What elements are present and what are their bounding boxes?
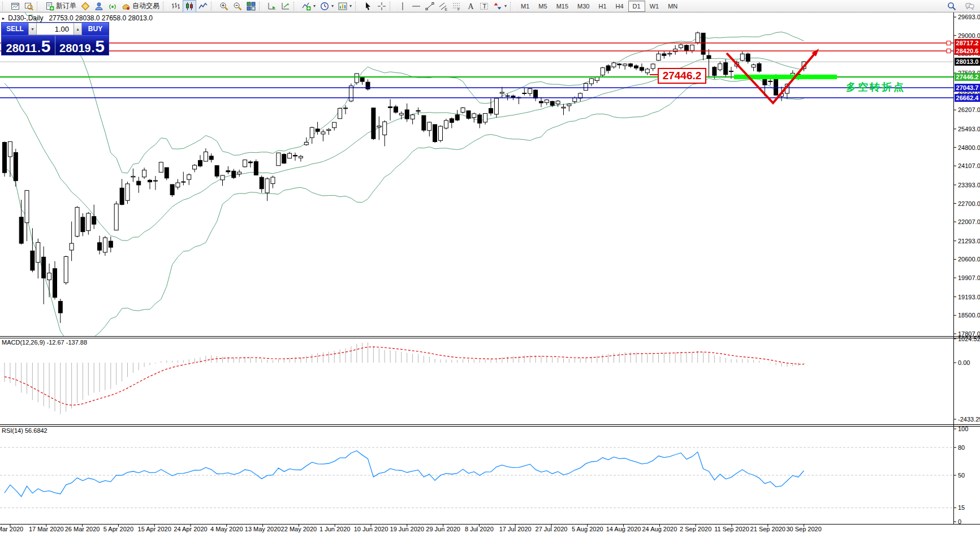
timeframe-h4-button[interactable]: H4 bbox=[611, 1, 628, 12]
line-chart-button[interactable] bbox=[196, 0, 210, 12]
new-order-icon bbox=[45, 2, 54, 11]
fibonacci-button[interactable]: F bbox=[450, 0, 464, 12]
crosshair-button[interactable] bbox=[375, 0, 388, 12]
buy-button[interactable]: BUY bbox=[82, 23, 109, 35]
add-indicator-icon bbox=[302, 2, 311, 11]
auto-scroll-button[interactable] bbox=[265, 0, 279, 12]
svg-text:5 Apr 2020: 5 Apr 2020 bbox=[103, 526, 133, 532]
channel-icon: E bbox=[439, 2, 448, 11]
vertical-line-button[interactable] bbox=[396, 0, 409, 12]
svg-text:Mar 2020: Mar 2020 bbox=[0, 526, 23, 532]
sell-price-int: 28011 bbox=[6, 42, 37, 54]
timeframe-h1-button[interactable]: H1 bbox=[594, 1, 611, 12]
svg-text:26 Mar 2020: 26 Mar 2020 bbox=[65, 526, 100, 532]
chat-button[interactable] bbox=[963, 0, 977, 12]
chart-search-icon bbox=[24, 2, 33, 11]
bars-chart-button[interactable] bbox=[169, 0, 183, 12]
svg-text:0.00: 0.00 bbox=[958, 359, 970, 366]
arrows-icon bbox=[493, 2, 502, 11]
svg-text:2 Sep 2020: 2 Sep 2020 bbox=[680, 526, 711, 532]
community-button[interactable] bbox=[92, 0, 106, 12]
profiles-button[interactable] bbox=[22, 0, 36, 12]
svg-text:8 Jul 2020: 8 Jul 2020 bbox=[465, 526, 494, 532]
zoom-in-icon bbox=[219, 2, 228, 11]
toolbar-right-group bbox=[945, 0, 980, 12]
price-callout-dash bbox=[650, 74, 658, 75]
svg-text:4 May 2020: 4 May 2020 bbox=[210, 526, 243, 532]
chart-shift-button[interactable] bbox=[279, 0, 292, 12]
price-badge: 27446.2 bbox=[955, 73, 980, 81]
volume-input[interactable]: 1.00 bbox=[37, 23, 74, 35]
indicators-button[interactable]: ▾ bbox=[300, 0, 318, 12]
volume-increase-button[interactable]: ▴ bbox=[74, 23, 82, 35]
chevron-down-icon: ▾ bbox=[331, 3, 334, 8]
arrows-button[interactable]: ▾ bbox=[491, 0, 509, 12]
svg-text:21293.0: 21293.0 bbox=[958, 238, 980, 244]
svg-text:80: 80 bbox=[958, 444, 965, 451]
svg-text:24 Apr 2020: 24 Apr 2020 bbox=[174, 526, 207, 532]
svg-text:5 Aug 2020: 5 Aug 2020 bbox=[572, 526, 603, 532]
text-button[interactable]: A bbox=[464, 0, 477, 12]
svg-text:24107.0: 24107.0 bbox=[958, 162, 980, 169]
svg-text:18500.0: 18500.0 bbox=[958, 312, 980, 319]
timeframe-w1-button[interactable]: W1 bbox=[645, 1, 664, 12]
trendline-button[interactable] bbox=[423, 0, 437, 12]
text-label-button[interactable]: T bbox=[477, 0, 491, 12]
svg-text:29693.0: 29693.0 bbox=[958, 14, 980, 20]
candles-icon bbox=[185, 2, 194, 11]
svg-text:29 Jun 2020: 29 Jun 2020 bbox=[426, 526, 460, 532]
toolbar-separator bbox=[211, 2, 216, 11]
svg-text:29000.0: 29000.0 bbox=[958, 32, 980, 39]
timeframe-m30-button[interactable]: M30 bbox=[573, 1, 594, 12]
tile-windows-button[interactable] bbox=[244, 0, 258, 12]
new-order-button[interactable]: 新订单 bbox=[43, 0, 79, 12]
labelT-icon: T bbox=[480, 2, 489, 11]
chart-symbol-period: DJ30-,Daily bbox=[8, 14, 43, 22]
zoom-out-button[interactable] bbox=[231, 0, 244, 12]
new-order-label: 新订单 bbox=[56, 1, 76, 11]
svg-text:30 Sep 2020: 30 Sep 2020 bbox=[786, 526, 821, 532]
cursor-icon bbox=[364, 2, 373, 11]
chevron-down-icon: ▾ bbox=[313, 3, 316, 8]
toolbar-separator bbox=[390, 2, 395, 11]
svg-text:27 Jul 2020: 27 Jul 2020 bbox=[536, 526, 568, 532]
search-button[interactable] bbox=[945, 0, 959, 12]
timeframe-d1-button[interactable]: D1 bbox=[628, 1, 645, 12]
timeframe-m15-button[interactable]: M15 bbox=[552, 1, 573, 12]
templates-button[interactable]: ▾ bbox=[336, 0, 354, 12]
chart-canvas[interactable]: 29693.029000.028307.027593.026900.026207… bbox=[0, 0, 980, 533]
timeframe-m5-button[interactable]: M5 bbox=[534, 1, 551, 12]
buy-price-display[interactable]: 28019 . 5 bbox=[55, 36, 109, 55]
volume-decrease-button[interactable]: ▾ bbox=[28, 23, 37, 35]
svg-text:22 May 2020: 22 May 2020 bbox=[281, 526, 317, 532]
horizontal-line-button[interactable] bbox=[409, 0, 423, 12]
new-chart-button[interactable] bbox=[8, 0, 22, 12]
sell-price-display[interactable]: 28011 . 5 bbox=[2, 36, 55, 55]
timeframe-mn-button[interactable]: MN bbox=[663, 1, 682, 12]
candlestick-chart-button[interactable] bbox=[183, 0, 196, 12]
svg-text:T: T bbox=[483, 3, 487, 10]
turning-point-annotation[interactable]: 多空转折点 bbox=[846, 80, 905, 94]
autotrading-button[interactable]: 自动交易 bbox=[119, 0, 162, 12]
price-callout-label[interactable]: 27446.2 bbox=[658, 68, 706, 84]
svg-text:22700.0: 22700.0 bbox=[958, 200, 980, 207]
hline-icon bbox=[412, 2, 421, 11]
buy-price-frac: 5 bbox=[95, 38, 105, 54]
svg-text:14 Aug 2020: 14 Aug 2020 bbox=[606, 526, 641, 532]
periods-button[interactable]: ▾ bbox=[318, 0, 336, 12]
cursor-button[interactable] bbox=[361, 0, 375, 12]
chart-shift-icon bbox=[281, 2, 290, 11]
chat-icon bbox=[965, 2, 974, 11]
toolbar-separator bbox=[2, 2, 7, 11]
market-button[interactable] bbox=[79, 0, 92, 12]
equidistant-channel-button[interactable]: E bbox=[437, 0, 450, 12]
linechart-icon bbox=[198, 2, 208, 11]
svg-text:50: 50 bbox=[958, 472, 965, 479]
time-axis[interactable]: Mar 202017 Mar 202026 Mar 20205 Apr 2020… bbox=[0, 525, 822, 532]
buy-price-int: 28019 bbox=[59, 42, 91, 54]
sell-button[interactable]: SELL bbox=[2, 23, 28, 35]
signals-button[interactable] bbox=[106, 0, 119, 12]
zoom-in-button[interactable] bbox=[217, 0, 231, 12]
fibo-icon: F bbox=[452, 2, 461, 11]
timeframe-m1-button[interactable]: M1 bbox=[516, 1, 534, 12]
